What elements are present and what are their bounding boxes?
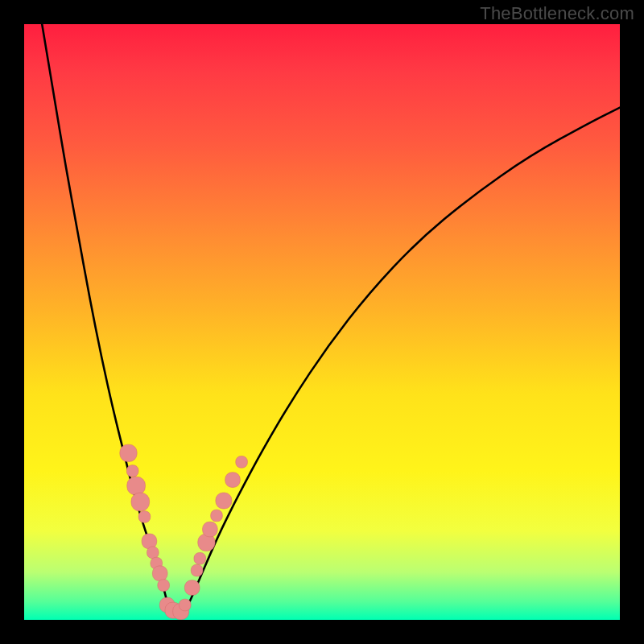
series-path-left-branch [42,24,170,611]
data-marker [142,534,157,549]
data-marker [126,465,138,477]
data-marker [158,580,170,592]
data-marker [179,599,191,611]
plot-area [24,24,620,620]
data-marker [236,456,248,469]
marker-layer [120,444,248,619]
curve-layer [42,24,620,611]
data-marker [131,493,150,511]
data-marker [216,493,232,509]
data-marker [147,547,159,559]
data-marker [191,564,203,576]
data-marker [194,552,206,564]
data-marker [152,566,167,581]
data-marker [225,473,241,488]
series-path-right-branch [185,108,620,611]
data-marker [211,510,223,522]
watermark-text: TheBottleneck.com [480,3,634,24]
chart-svg [24,24,620,620]
data-marker [203,522,218,537]
data-marker [120,444,137,461]
data-marker [127,477,146,495]
data-marker [138,511,151,523]
outer-frame: TheBottleneck.com [0,0,644,644]
data-marker [184,580,200,596]
